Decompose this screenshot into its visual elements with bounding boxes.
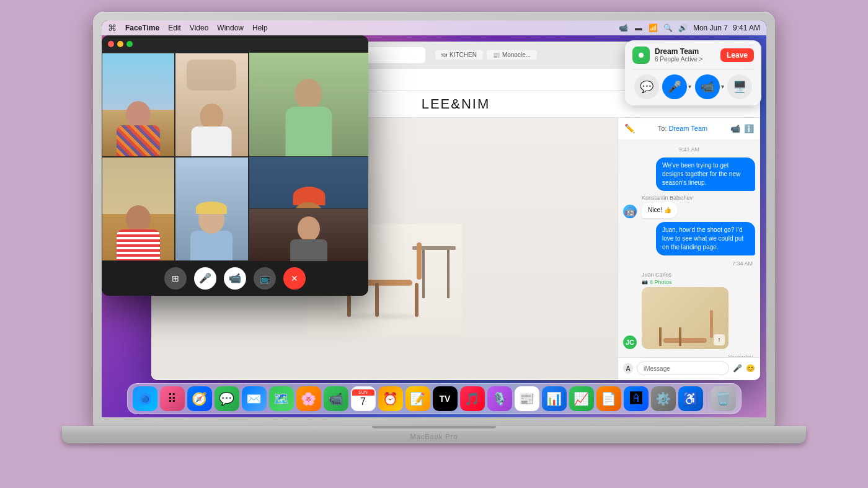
notification-info: Dream Team 6 People Active > (655, 47, 715, 63)
messages-header: ✏️ To: Dream Team 📹 ℹ️ (618, 118, 760, 140)
desktop-content: ‹ › 🔒 leeandnim.co 🍽 KITCHEN (102, 35, 766, 386)
dock-finder[interactable]: 🔵 (133, 386, 157, 411)
sender-label-1: Konstantin Babichev (623, 195, 755, 201)
dock-keynote[interactable]: 📊 (542, 386, 567, 411)
dock-podcasts[interactable]: 🎙️ (487, 386, 512, 411)
person3-figure (285, 79, 332, 156)
dock-trash[interactable]: 🗑️ (711, 386, 736, 411)
cam-chevron[interactable]: ▾ (721, 83, 724, 90)
person2-body (192, 126, 232, 156)
person4-bg (102, 157, 174, 260)
chair-shadow (338, 314, 418, 318)
photo-chair-back (710, 310, 713, 338)
facetime-traffic-lights (108, 41, 133, 47)
dock-numbers[interactable]: 📈 (569, 386, 594, 411)
dock-notes[interactable]: 📝 (405, 386, 430, 411)
end-call-button[interactable]: ✕ (283, 267, 306, 290)
facetime-menubar-icon[interactable]: 📹 (619, 23, 629, 33)
dock-reminders[interactable]: ⏰ (378, 386, 403, 411)
dock-pages[interactable]: 📄 (596, 386, 621, 411)
share-icon[interactable]: ↑ (714, 334, 725, 345)
facetime-participant-3 (249, 53, 369, 157)
facetime-left-grid (102, 53, 249, 261)
dock-launchpad[interactable]: ⠿ (160, 386, 185, 411)
dock-safari[interactable]: 🧭 (187, 386, 212, 411)
wifi-icon[interactable]: 📶 (649, 23, 658, 33)
dock-mail[interactable]: ✉️ (242, 386, 267, 411)
menubar-app-name[interactable]: FaceTime (125, 24, 159, 32)
mic-chevron[interactable]: ▾ (688, 83, 691, 90)
messages-body[interactable]: 9:41 AM We've been trying to get designs… (618, 140, 760, 357)
menubar-edit[interactable]: Edit (168, 24, 181, 32)
person2-figure (192, 104, 232, 156)
tab-kitchen[interactable]: 🍽 KITCHEN (435, 50, 483, 60)
notification-screen-button[interactable]: 🖥️ (727, 74, 752, 99)
person4-figure (117, 205, 160, 260)
person7-bg (249, 209, 369, 261)
dock-photos[interactable]: 🌸 (296, 386, 321, 411)
chair-front-right-leg (375, 283, 379, 317)
notification-camera-button[interactable]: 📹 (695, 74, 720, 99)
person4-head (126, 205, 151, 233)
chair-back-leg (415, 283, 418, 317)
notification-mic-button[interactable]: 🎤 (662, 74, 687, 99)
tab-monocle[interactable]: 📰 Monocle... (487, 50, 537, 60)
grid-view-button[interactable]: ⊞ (164, 267, 187, 290)
photo-chair-seat (663, 338, 707, 343)
macbook-base: MacBook Pro (62, 426, 806, 443)
person5-figure (190, 205, 232, 260)
menubar-video[interactable]: Video (190, 24, 208, 32)
dock-system-prefs[interactable]: ⚙️ (651, 386, 676, 411)
dock-accessibility[interactable]: ♿ (678, 386, 703, 411)
person2-bg (175, 53, 247, 156)
person7-figure (290, 216, 327, 261)
messages-input-field[interactable] (637, 362, 729, 375)
stripe-shirt (117, 229, 160, 260)
dock-messages[interactable]: 💬 (215, 386, 239, 411)
facetime-participant-5 (175, 157, 248, 261)
person1-head (126, 101, 151, 128)
facetime-participant-1 (102, 53, 175, 157)
person3-bg (249, 53, 369, 157)
facetime-participant-2 (175, 53, 248, 157)
message-sent-1: We've been trying to get designs togethe… (623, 157, 755, 191)
notification-title: Dream Team (655, 47, 715, 56)
person1-figure (117, 101, 160, 156)
dock-tv[interactable]: TV (433, 386, 458, 411)
messages-to-field: To: Dream Team (635, 125, 730, 132)
facetime-maximize[interactable] (126, 41, 133, 47)
dock-facetime[interactable]: 📹 (324, 386, 348, 411)
mute-button[interactable]: 🎤 (194, 267, 216, 290)
facetime-call-icon[interactable]: 📹 (730, 124, 740, 133)
menubar-help[interactable]: Help (252, 24, 268, 32)
messages-info-icon[interactable]: ℹ️ (744, 124, 754, 133)
photo-attachment[interactable]: ↑ (642, 287, 728, 349)
dock-maps[interactable]: 🗺️ (269, 386, 294, 411)
sent-bubble-1: We've been trying to get designs togethe… (656, 157, 755, 191)
menubar-time: 9:41 AM (733, 24, 760, 32)
facetime-minimize[interactable] (117, 41, 123, 47)
menubar-window[interactable]: Window (217, 24, 244, 32)
facetime-close[interactable] (108, 41, 114, 47)
facetime-window: ⊞ 🎤 📹 📺 ✕ (102, 35, 368, 296)
dock-music[interactable]: 🎵 (460, 386, 485, 411)
battery-icon: ▬ (634, 23, 644, 33)
dock-news[interactable]: 📰 (515, 386, 539, 411)
leave-button[interactable]: Leave (720, 48, 754, 62)
notification-message-icon[interactable]: 💬 (634, 74, 659, 99)
search-icon[interactable]: 🔍 (663, 23, 673, 33)
person7-head (298, 216, 320, 241)
dock-calendar[interactable]: SUN 7 (351, 386, 376, 411)
svg-point-0 (639, 53, 644, 58)
apple-menu-icon[interactable]: ⌘ (108, 23, 117, 33)
dictation-icon[interactable]: 🎤 (733, 364, 742, 373)
menubar-date: Mon Jun 7 (693, 24, 728, 32)
messages-compose-icon[interactable]: ✏️ (624, 123, 635, 133)
dock-appstore[interactable]: 🅰 (624, 386, 649, 411)
message-received-2: Juan Carlos JC 📷 6 Photos (623, 272, 755, 349)
screen-share-button[interactable]: 📺 (254, 267, 276, 290)
siri-icon[interactable]: 🔊 (678, 23, 688, 33)
emoji-icon[interactable]: 😊 (746, 364, 755, 373)
camera-toggle-button[interactable]: 📹 (224, 267, 246, 290)
facetime-preview-cell (249, 208, 369, 261)
